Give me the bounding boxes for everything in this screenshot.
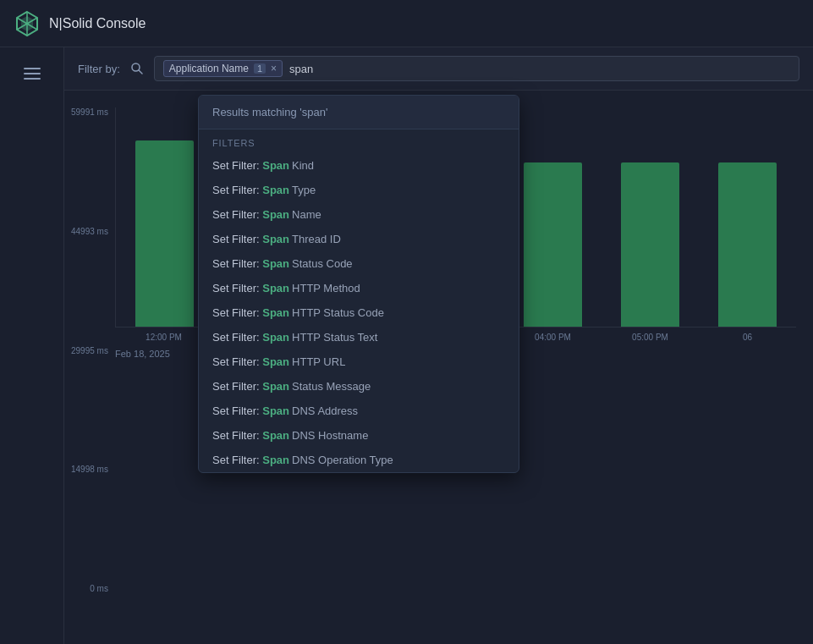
chart-bar-0 (135, 140, 194, 327)
filter-item-9-prefix: Set Filter: (212, 380, 262, 393)
menu-button[interactable] (17, 61, 47, 86)
filter-item-12-highlight: Span (262, 454, 289, 466)
filter-item-2-rest: Name (292, 208, 321, 221)
search-bar[interactable]: Application Name 1 × (154, 56, 799, 81)
filter-item-9[interactable]: Set Filter: Span Status Message (199, 374, 519, 399)
filter-item-10-prefix: Set Filter: (212, 405, 262, 417)
filter-item-6-rest: HTTP Status Code (292, 306, 384, 319)
filter-item-11[interactable]: Set Filter: Span DNS Hostname (199, 423, 519, 448)
chart-bar-6 (718, 162, 777, 327)
filter-item-5-highlight: Span (262, 282, 289, 294)
filter-item-12-prefix: Set Filter: (212, 454, 262, 466)
filter-item-5[interactable]: Set Filter: Span HTTP Method (199, 276, 519, 300)
filter-item-3-highlight: Span (262, 233, 289, 245)
filter-item-9-rest: Status Message (292, 380, 371, 393)
filter-tag-name: Application Name (169, 63, 249, 74)
filter-item-1-highlight: Span (262, 184, 289, 196)
dropdown-header: Results matching 'span' (199, 96, 519, 129)
filter-item-0-rest: Kind (292, 159, 314, 172)
search-icon-wrap (130, 62, 144, 75)
filter-item-12[interactable]: Set Filter: Span DNS Operation Type (199, 448, 519, 472)
filter-item-7-highlight: Span (262, 331, 289, 344)
search-input[interactable] (289, 63, 790, 75)
filter-item-0-prefix: Set Filter: (212, 159, 262, 172)
filter-item-1-prefix: Set Filter: (212, 184, 262, 196)
filter-item-10[interactable]: Set Filter: Span DNS Address (199, 399, 519, 423)
filter-item-0-highlight: Span (262, 159, 289, 172)
app-title: N|Solid Console (49, 16, 146, 31)
y-label-0: 59991 ms (71, 107, 108, 117)
filter-item-1[interactable]: Set Filter: Span Type (199, 178, 519, 202)
filter-item-8-prefix: Set Filter: (212, 355, 262, 368)
filter-item-3-prefix: Set Filter: (212, 233, 262, 245)
chart-bar-group-5 (602, 107, 699, 327)
filter-tag-count: 1 (254, 63, 266, 74)
filter-item-5-prefix: Set Filter: (212, 282, 262, 294)
hamburger-line-2 (24, 73, 41, 74)
filter-item-10-highlight: Span (262, 405, 289, 417)
filter-tag[interactable]: Application Name 1 × (163, 60, 283, 77)
nsolid-logo-icon (14, 10, 41, 37)
chart-bar-5 (621, 162, 679, 327)
filter-item-11-highlight: Span (262, 429, 289, 442)
hamburger-line-3 (24, 78, 41, 80)
filter-item-4-rest: Status Code (292, 257, 353, 270)
filter-item-7-prefix: Set Filter: (212, 331, 262, 344)
filter-label: Filter by: (78, 63, 120, 75)
filter-item-3[interactable]: Set Filter: Span Thread ID (199, 227, 519, 251)
filter-tag-close-icon[interactable]: × (271, 63, 277, 74)
filter-item-3-rest: Thread ID (292, 233, 341, 245)
filter-item-4[interactable]: Set Filter: Span Status Code (199, 251, 519, 276)
filter-item-8-highlight: Span (262, 355, 289, 368)
logo-container: N|Solid Console (14, 10, 146, 37)
dropdown-panel: Results matching 'span' FILTERS Set Filt… (198, 95, 519, 473)
filter-item-12-rest: DNS Operation Type (292, 454, 393, 466)
sidebar (0, 47, 64, 644)
filter-item-7[interactable]: Set Filter: Span HTTP Status Text (199, 325, 519, 350)
filter-item-8[interactable]: Set Filter: Span HTTP URL (199, 350, 519, 374)
filter-item-4-prefix: Set Filter: (212, 257, 262, 270)
filter-item-0[interactable]: Set Filter: Span Kind (199, 153, 519, 178)
hamburger-line-1 (24, 68, 41, 69)
svg-line-6 (139, 70, 142, 74)
filter-bar: Filter by: Application Name 1 × (64, 47, 813, 91)
filter-item-8-rest: HTTP URL (292, 355, 345, 368)
y-label-4: 0 ms (90, 584, 108, 593)
filter-item-11-rest: DNS Hostname (292, 429, 368, 442)
filter-item-2[interactable]: Set Filter: Span Name (199, 202, 519, 227)
content-area: Filter by: Application Name 1 × 59991 ms (64, 47, 813, 644)
filter-item-1-rest: Type (292, 184, 316, 196)
filter-item-2-highlight: Span (262, 208, 289, 221)
filter-item-5-rest: HTTP Method (292, 282, 360, 294)
filter-item-6-highlight: Span (262, 306, 289, 319)
y-label-1: 44993 ms (71, 227, 108, 236)
y-label-3: 14998 ms (71, 465, 108, 474)
filter-item-9-highlight: Span (262, 380, 289, 393)
chart-y-labels: 59991 ms 44993 ms 29995 ms 14998 ms 0 ms (71, 107, 108, 593)
filter-item-10-rest: DNS Address (292, 405, 358, 417)
y-label-2: 29995 ms (71, 346, 108, 355)
filter-item-7-rest: HTTP Status Text (292, 331, 377, 344)
x-label-6: 06 (699, 333, 796, 342)
main-layout: Filter by: Application Name 1 × 59991 ms (0, 47, 813, 644)
filter-item-11-prefix: Set Filter: (212, 429, 262, 442)
chart-bar-group-6 (699, 107, 796, 327)
chart-bar-4 (524, 162, 582, 327)
search-icon (130, 62, 144, 75)
filter-item-6[interactable]: Set Filter: Span HTTP Status Code (199, 300, 519, 325)
x-label-5: 05:00 PM (602, 333, 699, 342)
filter-item-6-prefix: Set Filter: (212, 306, 262, 319)
top-bar: N|Solid Console (0, 0, 813, 47)
dropdown-section-label: FILTERS (199, 129, 519, 153)
filter-item-2-prefix: Set Filter: (212, 208, 262, 221)
filter-item-4-highlight: Span (262, 257, 289, 270)
